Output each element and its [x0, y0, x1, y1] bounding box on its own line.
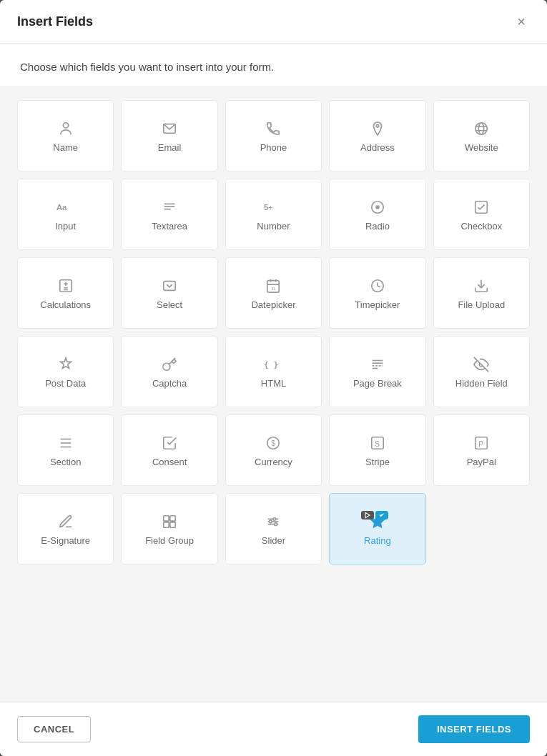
field-icon-captcha: [162, 357, 177, 372]
field-item-radio[interactable]: Radio: [329, 179, 425, 250]
field-icon-website: [473, 121, 489, 136]
field-icon-rating: [370, 514, 385, 529]
field-icon-select: [162, 278, 177, 294]
field-icon-radio: [370, 199, 385, 215]
field-item-website[interactable]: Website: [433, 100, 530, 171]
svg-text:5÷: 5÷: [264, 204, 272, 212]
field-label-file-upload: File Upload: [458, 299, 505, 311]
field-label-textarea: Textarea: [152, 221, 187, 232]
field-label-page-break: Page Break: [353, 378, 402, 389]
svg-rect-46: [170, 522, 175, 527]
field-label-section: Section: [50, 457, 81, 468]
svg-point-2: [376, 125, 379, 128]
svg-rect-45: [164, 522, 169, 527]
field-label-phone: Phone: [260, 142, 287, 154]
field-label-paypal: PayPal: [467, 457, 496, 468]
field-icon-textarea: [162, 199, 177, 215]
field-icon-consent: [162, 435, 177, 451]
field-label-datepicker: Datepicker: [251, 299, 295, 311]
svg-text:{ }: { }: [264, 361, 278, 370]
field-item-currency[interactable]: $ Currency: [225, 414, 322, 486]
field-item-slider[interactable]: Slider: [225, 493, 322, 564]
field-icon-field-group: [162, 514, 177, 529]
field-item-consent[interactable]: Consent: [121, 414, 217, 486]
field-item-address[interactable]: Address: [329, 100, 425, 171]
field-icon-stripe: S: [370, 435, 385, 451]
modal-footer: CANCEL INSERT FIELDS: [0, 702, 547, 756]
field-item-datepicker[interactable]: 31 Datepicker: [225, 257, 322, 329]
field-item-field-group[interactable]: Field Group: [121, 493, 217, 564]
modal-subtitle: Choose which fields you want to insert i…: [0, 44, 547, 86]
field-item-paypal[interactable]: P PayPal: [433, 414, 530, 486]
field-item-timepicker[interactable]: Timepicker: [329, 257, 425, 329]
svg-point-51: [270, 520, 272, 523]
field-item-phone[interactable]: Phone: [225, 100, 322, 171]
field-icon-name: [58, 121, 74, 136]
cancel-button[interactable]: CANCEL: [17, 716, 91, 742]
close-button[interactable]: ×: [513, 13, 530, 30]
field-label-rating: Rating: [364, 535, 391, 547]
svg-text:S: S: [375, 440, 380, 448]
field-label-hidden-field: Hidden Field: [455, 378, 508, 389]
fields-grid-container: Name Email Phone Address Website Aa Inpu…: [0, 86, 547, 702]
field-item-html[interactable]: { } HTML: [225, 336, 322, 407]
field-label-name: Name: [53, 142, 78, 154]
field-item-name[interactable]: Name: [17, 100, 114, 171]
field-label-slider: Slider: [262, 535, 285, 547]
field-label-number: Number: [257, 221, 290, 232]
field-icon-currency: $: [265, 435, 281, 451]
field-item-textarea[interactable]: Textarea: [121, 179, 217, 250]
field-icon-post-data: [58, 357, 74, 372]
fields-grid: Name Email Phone Address Website Aa Inpu…: [17, 100, 530, 564]
field-label-html: HTML: [261, 378, 286, 389]
field-item-e-signature[interactable]: E-Signature: [17, 493, 114, 564]
field-item-checkbox[interactable]: Checkbox: [433, 179, 530, 250]
field-item-number[interactable]: 5÷ Number: [225, 179, 322, 250]
field-label-currency: Currency: [255, 457, 292, 468]
field-item-input[interactable]: Aa Input: [17, 179, 114, 250]
field-label-email: Email: [158, 142, 182, 154]
field-label-captcha: Captcha: [152, 378, 187, 389]
svg-point-0: [63, 123, 68, 128]
field-item-calculations[interactable]: Calculations: [17, 257, 114, 329]
field-icon-address: [370, 121, 385, 136]
field-icon-email: [162, 121, 177, 136]
field-item-stripe[interactable]: S Stripe: [329, 414, 425, 486]
field-label-e-signature: E-Signature: [41, 535, 90, 547]
field-item-rating[interactable]: Rating: [329, 493, 425, 564]
field-label-consent: Consent: [152, 457, 187, 468]
field-icon-phone: [265, 121, 281, 136]
svg-text:Aa: Aa: [56, 204, 67, 212]
insert-fields-button[interactable]: INSERT FIELDS: [418, 715, 530, 743]
field-item-hidden-field[interactable]: Hidden Field: [433, 336, 530, 407]
field-icon-datepicker: 31: [265, 278, 281, 294]
field-item-email[interactable]: Email: [121, 100, 217, 171]
svg-text:$: $: [272, 439, 276, 447]
field-icon-paypal: P: [473, 435, 489, 451]
svg-rect-44: [170, 516, 175, 521]
field-icon-timepicker: [370, 278, 385, 294]
insert-fields-modal: Insert Fields × Choose which fields you …: [0, 0, 547, 756]
svg-text:P: P: [479, 440, 484, 448]
field-label-select: Select: [157, 299, 182, 311]
svg-point-3: [475, 123, 488, 135]
svg-rect-20: [164, 282, 176, 291]
field-label-post-data: Post Data: [45, 378, 86, 389]
field-item-file-upload[interactable]: File Upload: [433, 257, 530, 329]
field-item-section[interactable]: Section: [17, 414, 114, 486]
field-item-select[interactable]: Select: [121, 257, 217, 329]
field-item-post-data[interactable]: Post Data: [17, 336, 114, 407]
field-icon-slider: [265, 514, 281, 529]
field-icon-hidden-field: [473, 357, 489, 372]
svg-text:31: 31: [272, 287, 276, 292]
field-label-address: Address: [360, 142, 395, 154]
modal-header: Insert Fields ×: [0, 0, 547, 44]
field-icon-checkbox: [473, 199, 489, 215]
field-item-captcha[interactable]: Captcha: [121, 336, 217, 407]
field-icon-number: 5÷: [264, 199, 282, 215]
field-label-stripe: Stripe: [365, 457, 390, 468]
svg-point-50: [273, 518, 276, 521]
field-label-field-group: Field Group: [145, 535, 194, 547]
field-item-page-break[interactable]: Page Break: [329, 336, 425, 407]
field-icon-section: [58, 435, 74, 451]
